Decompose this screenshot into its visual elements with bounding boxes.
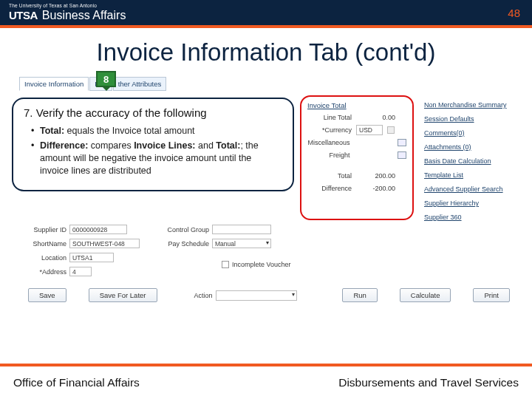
- instruction-callout: 7. Verify the accuracy of the following …: [12, 98, 294, 191]
- difference-label: Difference: [307, 185, 352, 192]
- link-supplier-360[interactable]: Supplier 360: [424, 214, 513, 221]
- action-select[interactable]: [216, 290, 297, 301]
- accent-bar: [0, 25, 532, 28]
- callout-bullet-2: Difference: compares Invoice Lines: and …: [31, 140, 282, 177]
- incomplete-voucher-row: Incomplete Voucher: [222, 261, 291, 268]
- line-total-value: 0.00: [356, 113, 397, 122]
- utsa-logo: UTSA: [9, 10, 38, 21]
- run-button[interactable]: Run: [342, 288, 377, 302]
- difference-value: -200.00: [356, 184, 397, 193]
- line-total-label: Line Total: [307, 114, 352, 121]
- incomplete-checkbox[interactable]: [222, 261, 229, 268]
- bullet1-text: equals the Invoice total amount: [64, 126, 195, 136]
- link-supplier-hierarchy[interactable]: Supplier Hierarchy: [424, 200, 513, 207]
- mid-form-row: Supplier ID0000000928 ShortNameSOUTHWEST…: [28, 225, 510, 276]
- incomplete-label: Incomplete Voucher: [232, 261, 291, 268]
- freight-value: [355, 154, 394, 156]
- action-label: Action: [194, 292, 213, 299]
- location-field[interactable]: UTSA1: [69, 253, 114, 262]
- link-comments[interactable]: Comments(0): [424, 129, 513, 137]
- lookup-icon[interactable]: [387, 126, 395, 134]
- pay-schedule-label: Pay Schedule: [163, 240, 209, 248]
- address-label: *Address: [28, 268, 66, 276]
- print-button[interactable]: Print: [473, 288, 510, 302]
- save-button[interactable]: Save: [28, 288, 66, 302]
- bullet2-bold1: Difference:: [40, 140, 88, 151]
- link-template-list[interactable]: Template List: [424, 171, 513, 179]
- shortname-field[interactable]: SOUTHWEST-048: [69, 239, 140, 248]
- link-session-defaults[interactable]: Session Defaults: [424, 115, 513, 123]
- calculate-button[interactable]: Calculate: [400, 288, 451, 302]
- total-value: 200.00: [356, 171, 397, 180]
- supplier-id-field[interactable]: 0000000928: [69, 225, 127, 234]
- bullet2-text1: compares: [88, 140, 134, 151]
- currency-label: *Currency: [307, 126, 352, 134]
- address-field[interactable]: 4: [69, 267, 92, 276]
- total-label: Total: [307, 172, 352, 180]
- tab-strip: Invoice Information Pay ther Attributes: [19, 77, 166, 91]
- control-group-field[interactable]: [212, 225, 271, 234]
- footer-left: Office of Financial Affairs: [13, 376, 140, 389]
- callout-heading: 7. Verify the accuracy of the following: [24, 106, 282, 119]
- side-link-panel: Non Merchandise Summary Session Defaults…: [424, 95, 513, 228]
- freight-label: Freight: [307, 151, 350, 159]
- link-adv-supplier-search[interactable]: Advanced Supplier Search: [424, 185, 513, 193]
- misc-value: [355, 142, 394, 143]
- university-name: The University of Texas at San Antonio: [9, 4, 126, 9]
- footer-right: Disbursements and Travel Services: [338, 376, 519, 389]
- link-attachments[interactable]: Attachments (0): [424, 143, 513, 151]
- invoice-total-panel: Invoice Total Line Total0.00 *CurrencyUS…: [301, 97, 412, 219]
- link-non-merch[interactable]: Non Merchandise Summary: [424, 101, 513, 109]
- slide-footer: Office of Financial Affairs Disbursement…: [0, 364, 532, 399]
- bullet2-text2: and: [196, 140, 216, 151]
- step-flag-8: 8: [96, 71, 116, 87]
- tab-other-attributes[interactable]: ther Attributes: [113, 77, 167, 91]
- tab-invoice-info[interactable]: Invoice Information: [19, 77, 89, 91]
- slide-header: The University of Texas at San Antonio U…: [0, 0, 532, 25]
- control-group-label: Control Group: [163, 226, 209, 233]
- shortname-label: ShortName: [28, 240, 66, 248]
- bullet2-bold2: Invoice Lines:: [134, 140, 195, 151]
- callout-bullet-1: Total: equals the Invoice total amount: [31, 125, 282, 137]
- slide-title: Invoice Information Tab (cont'd): [0, 38, 532, 66]
- content-area: Invoice Information Pay ther Attributes …: [0, 72, 532, 366]
- freight-icon[interactable]: [398, 151, 406, 159]
- pay-schedule-select[interactable]: Manual: [212, 239, 271, 248]
- brand-block: The University of Texas at San Antonio U…: [9, 4, 126, 21]
- currency-field[interactable]: USD: [356, 125, 383, 135]
- link-basis-date[interactable]: Basis Date Calculation: [424, 157, 513, 165]
- location-label: Location: [28, 254, 66, 262]
- bullet2-bold3: Total:: [216, 140, 240, 151]
- supplier-id-label: Supplier ID: [28, 226, 66, 233]
- misc-icon[interactable]: [398, 139, 406, 146]
- invoice-total-heading: Invoice Total: [307, 101, 406, 109]
- page-number: 48: [508, 7, 520, 19]
- bullet1-bold: Total:: [40, 126, 64, 136]
- save-for-later-button[interactable]: Save For Later: [89, 288, 157, 302]
- button-row: Save Save For Later Action Run Calculate…: [28, 288, 510, 302]
- department-name: Business Affairs: [42, 10, 126, 21]
- misc-label: Miscellaneous: [307, 139, 350, 146]
